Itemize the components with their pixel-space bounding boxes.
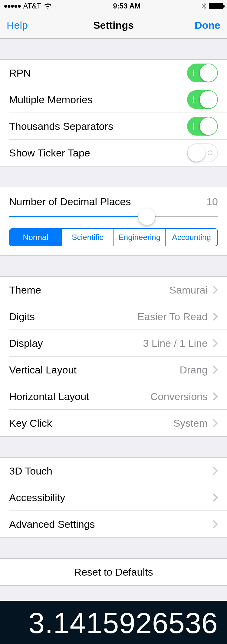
status-bar: ●●●●● AT&T 9:53 AM — [0, 0, 227, 12]
decimal-slider[interactable] — [9, 216, 218, 217]
vlayout-label: Vertical Layout — [9, 364, 77, 376]
page-title: Settings — [93, 19, 134, 31]
ticker-label: Show Ticker Tape — [9, 147, 90, 159]
accessibility-label: Accessibility — [9, 492, 65, 504]
done-button[interactable]: Done — [195, 19, 220, 31]
decimal-value: 10 — [206, 196, 218, 208]
display-row[interactable]: Display 3 Line / 1 Line — [0, 330, 227, 356]
clock: 9:53 AM — [113, 2, 140, 10]
chevron-right-icon — [213, 520, 218, 528]
calculator-display: 3.1415926536 — [0, 601, 227, 644]
decimal-group: Number of Decimal Places 10 Normal Scien… — [0, 187, 227, 256]
hlayout-value: Conversions — [150, 391, 208, 402]
help-button[interactable]: Help — [7, 19, 28, 31]
prefs-group: Theme Samurai Digits Easier To Read Disp… — [0, 276, 227, 437]
ticker-switch[interactable] — [187, 143, 218, 162]
rpn-row: RPN — [0, 60, 227, 86]
thousands-row: Thousands Separators — [0, 113, 227, 140]
slider-thumb[interactable] — [138, 208, 155, 225]
calculator-value: 3.1415926536 — [28, 606, 218, 640]
signal-dots: ●●●●● — [4, 2, 21, 10]
keyclick-value: System — [173, 417, 208, 429]
3d-touch-label: 3D Touch — [9, 465, 52, 477]
segment-normal[interactable]: Normal — [10, 229, 61, 246]
theme-value: Samurai — [169, 284, 208, 296]
segment-engineering[interactable]: Engineering — [113, 229, 166, 246]
chevron-right-icon — [213, 366, 218, 374]
advanced-row[interactable]: Advanced Settings — [0, 511, 227, 537]
accessibility-row[interactable]: Accessibility — [0, 484, 227, 511]
reset-group: Reset to Defaults — [0, 558, 227, 586]
toggles-group: RPN Multiple Memories Thousands Separato… — [0, 59, 227, 166]
memories-label: Multiple Memories — [9, 94, 93, 106]
notation-segmented: Normal Scientific Engineering Accounting — [9, 228, 218, 246]
more-group: 3D Touch Accessibility Advanced Settings — [0, 457, 227, 538]
3d-touch-row[interactable]: 3D Touch — [0, 458, 227, 484]
vlayout-value: Drang — [179, 364, 208, 376]
reset-label: Reset to Defaults — [74, 566, 153, 578]
horizontal-layout-row[interactable]: Horizontal Layout Conversions — [0, 383, 227, 410]
digits-row[interactable]: Digits Easier To Read — [0, 303, 227, 330]
reset-button[interactable]: Reset to Defaults — [0, 559, 227, 585]
carrier-label: AT&T — [23, 2, 41, 10]
bluetooth-icon — [202, 2, 206, 10]
wifi-icon — [44, 3, 52, 9]
memories-row: Multiple Memories — [0, 86, 227, 113]
chevron-right-icon — [213, 286, 218, 294]
digits-label: Digits — [9, 311, 35, 323]
chevron-right-icon — [213, 419, 218, 427]
theme-label: Theme — [9, 284, 41, 296]
hlayout-label: Horizontal Layout — [9, 391, 89, 402]
keyclick-label: Key Click — [9, 417, 52, 429]
vertical-layout-row[interactable]: Vertical Layout Drang — [0, 356, 227, 383]
rpn-label: RPN — [9, 67, 31, 79]
rpn-switch[interactable] — [187, 64, 218, 82]
thousands-label: Thousands Separators — [9, 120, 113, 132]
chevron-right-icon — [213, 313, 218, 320]
decimal-label: Number of Decimal Places — [9, 196, 131, 208]
digits-value: Easier To Read — [137, 311, 208, 323]
chevron-right-icon — [213, 393, 218, 400]
chevron-right-icon — [213, 339, 218, 347]
ticker-row: Show Ticker Tape — [0, 140, 227, 166]
theme-row[interactable]: Theme Samurai — [0, 277, 227, 303]
thousands-switch[interactable] — [187, 117, 218, 136]
advanced-label: Advanced Settings — [9, 518, 95, 530]
keyclick-row[interactable]: Key Click System — [0, 410, 227, 436]
segment-accounting[interactable]: Accounting — [165, 229, 217, 246]
memories-switch[interactable] — [187, 90, 218, 109]
segment-scientific[interactable]: Scientific — [61, 229, 113, 246]
display-label: Display — [9, 337, 43, 349]
display-value: 3 Line / 1 Line — [143, 337, 208, 349]
chevron-right-icon — [213, 467, 218, 475]
chevron-right-icon — [213, 494, 218, 501]
battery-icon — [209, 3, 223, 9]
nav-bar: Help Settings Done — [0, 12, 227, 39]
